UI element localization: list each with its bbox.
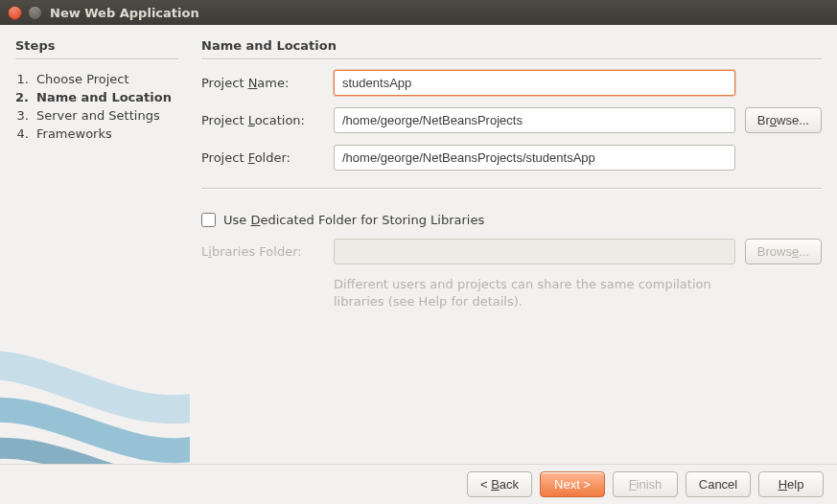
- project-folder-label: Project Folder:: [201, 150, 324, 165]
- project-folder-input[interactable]: [334, 145, 735, 171]
- finish-button: Finish: [613, 471, 678, 497]
- steps-heading: Steps: [15, 38, 178, 53]
- project-name-label: Project Name:: [201, 76, 324, 90]
- form: Project Name: Project Location: Browse..…: [201, 70, 822, 309]
- step-item-3: 3.Server and Settings: [15, 106, 178, 125]
- cancel-button[interactable]: Cancel: [686, 471, 751, 497]
- step-item-4: 4.Frameworks: [15, 125, 178, 143]
- project-location-input[interactable]: [334, 107, 735, 133]
- dedicated-folder-checkbox[interactable]: [201, 213, 216, 227]
- help-button[interactable]: Help: [758, 471, 824, 497]
- browse-libraries-button: Browse...: [745, 239, 822, 264]
- step-item-1: 1.Choose Project: [15, 70, 178, 88]
- step-item-2: 2.Name and Location: [15, 88, 178, 106]
- libraries-hint: Different users and projects can share t…: [334, 276, 735, 309]
- dedicated-folder-label: Use Dedicated Folder for Storing Librari…: [223, 213, 484, 227]
- steps-sidebar: Steps 1.Choose Project 2.Name and Locati…: [0, 25, 190, 464]
- main-panel: Name and Location Project Name: Project …: [190, 25, 837, 464]
- window-buttons: [8, 6, 42, 20]
- footer: < Back Next > Finish Cancel Help: [0, 464, 837, 504]
- main-heading: Name and Location: [201, 38, 822, 53]
- divider: [201, 188, 822, 190]
- minimize-icon[interactable]: [28, 6, 42, 20]
- back-button[interactable]: < Back: [467, 471, 532, 497]
- divider: [15, 58, 178, 60]
- steps-list: 1.Choose Project 2.Name and Location 3.S…: [15, 70, 178, 143]
- browse-location-button[interactable]: Browse...: [745, 107, 822, 133]
- next-button[interactable]: Next >: [540, 471, 605, 497]
- title-bar: New Web Application: [0, 0, 837, 25]
- window-title: New Web Application: [50, 6, 199, 20]
- divider: [201, 58, 822, 60]
- sidebar-art: [0, 330, 190, 464]
- close-icon[interactable]: [8, 6, 22, 20]
- libraries-folder-label: Libraries Folder:: [201, 244, 324, 259]
- project-name-input[interactable]: [334, 70, 735, 96]
- project-location-label: Project Location:: [201, 113, 324, 127]
- libraries-folder-input: [334, 239, 735, 264]
